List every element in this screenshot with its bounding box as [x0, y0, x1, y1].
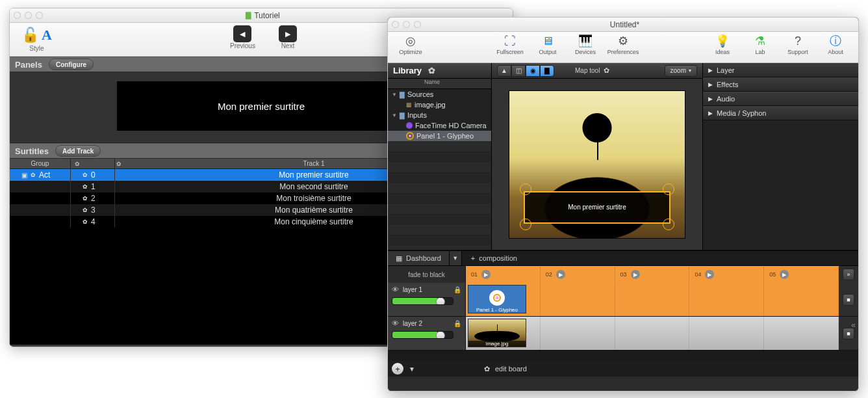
- timeline-clip[interactable]: image.jpg: [468, 319, 526, 347]
- previous-button[interactable]: ◀: [233, 25, 251, 42]
- gear-icon[interactable]: ✿: [116, 161, 121, 167]
- zoom-dropdown[interactable]: zoom ▾: [665, 65, 697, 77]
- tb-about[interactable]: ⓘAbout: [817, 33, 854, 55]
- add-track-button[interactable]: Add Track: [55, 145, 101, 157]
- add-button[interactable]: +: [392, 363, 403, 375]
- edit-board-label[interactable]: edit board: [495, 365, 527, 373]
- collapse-icon[interactable]: «: [851, 321, 856, 330]
- opacity-slider[interactable]: [392, 331, 453, 339]
- timeline-clip[interactable]: Panel 1 - Glypheo: [468, 285, 526, 313]
- gear-icon[interactable]: ✿: [428, 66, 435, 75]
- disclosure-icon[interactable]: ▼: [392, 113, 397, 118]
- layer-header[interactable]: 👁 layer 1 🔒: [388, 283, 466, 317]
- property-section[interactable]: ▶Layer: [703, 63, 858, 77]
- timeline-column[interactable]: 02▶: [541, 266, 615, 283]
- selection-handle[interactable]: [663, 219, 674, 230]
- minimize-button[interactable]: [25, 12, 32, 19]
- titlebar[interactable]: Untitled*: [388, 18, 858, 32]
- tb-fullscreen[interactable]: ⛶Fullscreen: [491, 33, 529, 55]
- close-button[interactable]: [392, 21, 399, 28]
- toolbar: ◎Optimize⛶Fullscreen🖥Output🎹Devices⚙Pref…: [388, 32, 858, 63]
- fade-to-black-label[interactable]: fade to black: [388, 266, 466, 283]
- play-icon[interactable]: ▶: [780, 270, 789, 279]
- timeline-column[interactable]: 05▶: [764, 266, 839, 283]
- lock-icon[interactable]: 🔓: [21, 27, 39, 44]
- style-icon[interactable]: A: [42, 27, 52, 44]
- play-icon[interactable]: ▶: [556, 270, 565, 279]
- layer-header[interactable]: 👁 layer 2 🔒: [388, 317, 466, 351]
- tb-lab[interactable]: ⚗Lab: [741, 33, 779, 55]
- support-icon: ?: [795, 33, 801, 49]
- tool-crop[interactable]: ◫: [511, 65, 526, 77]
- plus-icon: +: [471, 254, 475, 262]
- preview-panel: Mon premier surtitre: [117, 81, 405, 131]
- zoom-button[interactable]: [36, 12, 43, 19]
- configure-button[interactable]: Configure: [49, 59, 94, 70]
- gear-icon[interactable]: ✿: [31, 172, 36, 178]
- gear-icon[interactable]: ✿: [484, 365, 490, 373]
- chevron-right-icon: ▶: [708, 81, 713, 88]
- tb-output[interactable]: 🖥Output: [529, 33, 567, 55]
- properties-panel: ▶Layer▶Effects▶Audio▶Media / Syphon: [702, 63, 858, 250]
- col-group[interactable]: Group: [10, 159, 71, 168]
- add-composition-button[interactable]: + composition: [462, 251, 526, 265]
- col-index[interactable]: ✿: [71, 159, 115, 168]
- eye-icon[interactable]: 👁: [392, 319, 399, 327]
- opacity-slider[interactable]: [392, 297, 453, 305]
- tb-ideas[interactable]: 💡Ideas: [704, 33, 741, 55]
- chevron-right-icon: ▶: [708, 96, 713, 102]
- canvas[interactable]: Mon premier surtitre: [509, 90, 685, 239]
- play-icon[interactable]: ▶: [705, 270, 714, 279]
- tb-preferences[interactable]: ⚙Preferences: [604, 33, 642, 55]
- gear-icon[interactable]: ✿: [83, 195, 88, 202]
- minimize-button[interactable]: [403, 21, 410, 28]
- lock-icon[interactable]: 🔒: [453, 320, 461, 327]
- ideas-icon: 💡: [715, 33, 730, 49]
- tree-item[interactable]: ▩image.jpg: [388, 100, 491, 110]
- gear-icon[interactable]: ✿: [83, 172, 88, 178]
- disclosure-icon[interactable]: ▼: [392, 92, 397, 98]
- tab-dropdown[interactable]: ▼: [449, 251, 462, 265]
- timeline-column[interactable]: 04▶: [689, 266, 764, 283]
- play-icon[interactable]: ▶: [481, 270, 491, 279]
- gear-icon[interactable]: ✿: [75, 161, 80, 167]
- next-button[interactable]: ▶: [279, 25, 297, 42]
- glypheo-icon: [493, 294, 501, 302]
- tb-support[interactable]: ?Support: [779, 33, 817, 55]
- timeline-column[interactable]: 01▶: [466, 266, 541, 283]
- property-section[interactable]: ▶Effects: [703, 77, 858, 92]
- property-section[interactable]: ▶Media / Syphon: [703, 106, 858, 120]
- lock-icon[interactable]: 🔒: [453, 286, 461, 293]
- tree-item[interactable]: ▼▇Sources: [388, 89, 491, 100]
- library-col-name[interactable]: Name: [388, 79, 491, 89]
- tool-arrow[interactable]: ▲: [497, 65, 511, 77]
- tree-item[interactable]: Panel 1 - Glypheo: [388, 131, 491, 141]
- selection-handle[interactable]: [520, 219, 531, 230]
- gear-icon[interactable]: ✿: [83, 183, 88, 190]
- stop-button[interactable]: ■: [843, 294, 854, 306]
- selection-handle[interactable]: [520, 183, 531, 195]
- zoom-button[interactable]: [414, 21, 421, 28]
- selection-handle[interactable]: [663, 183, 674, 195]
- tree-item[interactable]: FaceTime HD Camera: [388, 120, 491, 131]
- tool-paint[interactable]: ▇: [540, 65, 554, 77]
- gear-icon[interactable]: ✿: [604, 66, 609, 75]
- eye-icon[interactable]: 👁: [392, 285, 399, 293]
- forward-end-button[interactable]: »: [843, 269, 854, 280]
- subtitle-overlay[interactable]: Mon premier surtitre: [524, 191, 670, 224]
- property-section[interactable]: ▶Audio: [703, 92, 858, 106]
- gear-icon[interactable]: ✿: [83, 207, 88, 213]
- tool-mask[interactable]: ◉: [526, 65, 540, 77]
- tb-optimize[interactable]: ◎Optimize: [392, 33, 429, 55]
- lab-icon: ⚗: [755, 33, 765, 49]
- close-button[interactable]: [14, 12, 21, 19]
- clip-caption: Panel 1 - Glypheo: [476, 307, 518, 313]
- tab-dashboard[interactable]: ▦ Dashboard: [388, 251, 449, 265]
- next-label: Next: [281, 42, 295, 49]
- tree-item[interactable]: ▼▇Inputs: [388, 110, 491, 120]
- play-icon[interactable]: ▶: [631, 270, 640, 279]
- timeline-column[interactable]: 03▶: [615, 266, 690, 283]
- tb-devices[interactable]: 🎹Devices: [567, 33, 604, 55]
- gear-icon[interactable]: ✿: [83, 219, 88, 225]
- chevron-down-icon[interactable]: ▼: [409, 365, 415, 373]
